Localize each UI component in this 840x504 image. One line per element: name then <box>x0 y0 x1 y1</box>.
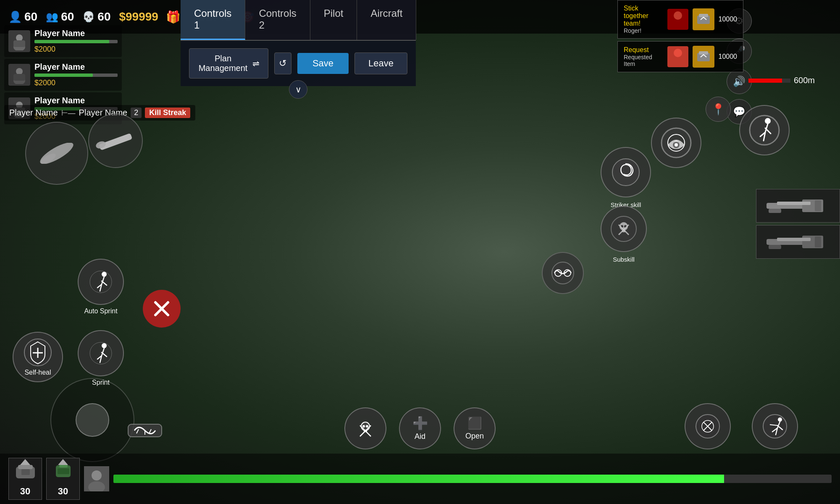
aid-button[interactable]: ➕ Aid <box>399 407 441 449</box>
refresh-icon: ↺ <box>279 58 286 69</box>
open-button[interactable]: ⬛ Open <box>454 407 496 449</box>
svg-rect-64 <box>58 468 69 474</box>
request-icon <box>693 8 714 30</box>
chevron-down-button[interactable]: ∨ <box>289 80 307 99</box>
request-main-text: Stick together team! <box>624 5 663 27</box>
auto-sprint-button[interactable] <box>78 259 124 305</box>
sniper-button[interactable] <box>752 403 798 449</box>
svg-point-10 <box>670 21 685 30</box>
person-icon: 👤 <box>8 10 22 24</box>
svg-point-0 <box>16 34 23 41</box>
subskill-icon <box>610 215 638 243</box>
distance-indicator: 600m <box>748 76 815 85</box>
svg-point-24 <box>612 159 639 186</box>
camera-control-button[interactable] <box>651 118 701 168</box>
self-heal-button[interactable]: Self-heal <box>13 332 63 382</box>
svg-rect-72 <box>815 200 821 211</box>
joystick-knob[interactable] <box>76 403 109 437</box>
request-avatar <box>667 9 688 30</box>
ammo-slot-2[interactable]: 30 <box>46 458 80 500</box>
health-fill <box>34 40 109 43</box>
cancel-button[interactable] <box>143 290 181 328</box>
save-button[interactable]: Save <box>297 53 349 74</box>
striker-icon <box>611 158 640 187</box>
distance-label: 600m <box>794 76 815 85</box>
weapon-slot-2[interactable] <box>88 113 143 168</box>
ammo-bag-icon <box>14 463 37 480</box>
ammo-up-arrow-2[interactable] <box>58 459 68 465</box>
plan-management-label: Plan Management <box>198 54 248 73</box>
skull-icon: 💀 <box>82 11 95 23</box>
tab-content: Plan Management ⇌ ↺ Save Leave <box>181 41 416 86</box>
striker-skill-button[interactable]: Striker skill <box>601 147 651 197</box>
request-sub-text2: Requested Item <box>624 54 663 67</box>
tab-aircraft[interactable]: Aircraft <box>357 0 416 40</box>
auto-sprint-label: Auto Sprint <box>78 307 124 315</box>
player-name: Player Name <box>34 62 118 72</box>
svg-point-14 <box>670 58 685 67</box>
ammo-up-arrow[interactable] <box>20 459 30 465</box>
svg-point-66 <box>92 470 102 480</box>
request-area: Stick together team! Roger! 10000 Reques… <box>617 0 743 75</box>
skull-count: 60 <box>97 10 110 24</box>
sprint-button[interactable] <box>78 330 124 376</box>
request-card: Stick together team! Roger! 10000 <box>617 0 743 39</box>
tab-controls1[interactable]: Controls 1 <box>181 0 245 40</box>
grenade-button[interactable] <box>685 403 731 449</box>
request-card: Request Requested Item 10000 <box>617 41 743 72</box>
aim-scroll-button[interactable] <box>542 252 584 294</box>
svg-point-41 <box>102 343 107 348</box>
run-icon <box>748 113 781 147</box>
gun-thumb-2[interactable] <box>756 225 840 259</box>
plan-management-button[interactable]: Plan Management ⇌ <box>189 48 268 79</box>
tab-controls2[interactable]: Controls 2 <box>245 0 310 40</box>
center-skills-bar: ➕ Aid ⬛ Open <box>344 407 496 449</box>
avatar <box>8 30 30 52</box>
health-bar <box>34 74 118 77</box>
sprint-area: Sprint <box>78 330 124 386</box>
open-icon: ⬛ <box>467 416 482 430</box>
dodge-button[interactable] <box>739 105 790 155</box>
svg-point-23 <box>765 118 771 124</box>
player-avatar-icon <box>84 466 109 491</box>
leave-button[interactable]: Leave <box>354 52 407 74</box>
skull-count-stat: 💀 60 <box>82 10 110 24</box>
player-money: $2000 <box>34 79 118 87</box>
player-item: Player Name $2000 <box>4 25 122 57</box>
volume-icon: 🔊 <box>733 76 746 87</box>
svg-rect-76 <box>769 245 781 249</box>
svg-point-51 <box>366 425 368 428</box>
camera-icon <box>659 126 693 160</box>
weapon-slot-1[interactable] <box>25 122 88 185</box>
subskill-button[interactable]: Subskill <box>601 206 647 252</box>
svg-point-21 <box>675 143 678 147</box>
team-count: 60 <box>61 10 74 24</box>
controls-panel: Controls 1 Controls 2 Pilot Aircraft Pla… <box>181 0 416 86</box>
subskill-label: Subskill <box>613 256 635 263</box>
tab-pilot[interactable]: Pilot <box>310 0 357 40</box>
reset-button[interactable]: ↺ <box>274 52 291 74</box>
svg-rect-61 <box>21 469 30 475</box>
ammo-slot-1[interactable]: 30 <box>8 458 42 500</box>
arrows-icon: ⇌ <box>252 58 260 68</box>
svg-point-13 <box>674 49 682 57</box>
map-icon[interactable]: 📍 <box>706 97 731 122</box>
kill-count-badge: 2 <box>131 108 142 118</box>
player-money: $2000 <box>34 45 118 54</box>
health-fill-bottom <box>113 475 724 483</box>
primary-skill-button[interactable] <box>344 407 386 449</box>
cancel-icon <box>149 296 174 321</box>
sprint-label: Sprint <box>78 379 124 386</box>
joystick[interactable] <box>50 378 134 462</box>
map-marker-icon: 📍 <box>711 103 725 116</box>
svg-rect-70 <box>777 202 811 205</box>
player-item: Player Name $2000 <box>4 59 122 91</box>
chest-icon: 🎁 <box>167 10 180 24</box>
auto-sprint-area: Auto Sprint <box>78 259 124 315</box>
self-heal-icon <box>23 338 52 367</box>
avatar <box>8 64 30 86</box>
request-amount2: 10000 <box>719 53 738 60</box>
weapon-swap-button[interactable] <box>126 412 164 449</box>
health-bar <box>34 40 118 43</box>
gun-thumb-1[interactable] <box>756 189 840 223</box>
